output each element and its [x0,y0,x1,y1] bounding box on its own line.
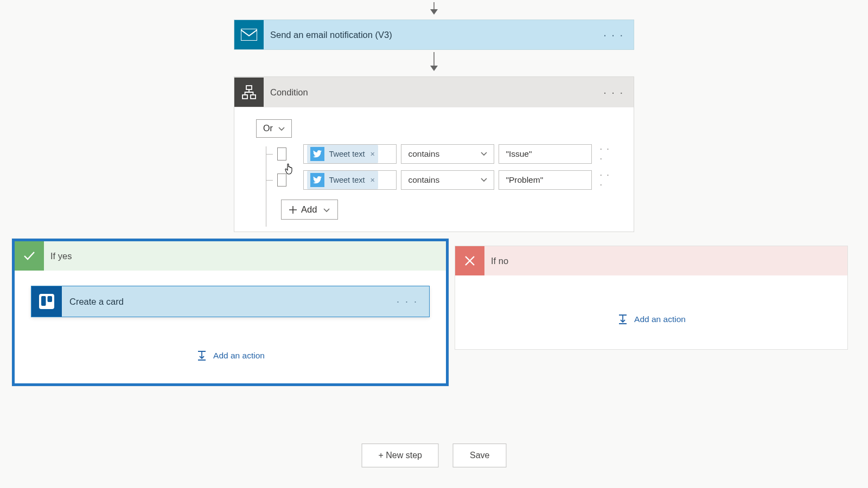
branch-yes-title: If yes [50,251,72,261]
email-step-card[interactable]: Send an email notification (V3) · · · [234,20,634,50]
action-menu[interactable]: · · · [397,296,418,307]
token-remove-icon[interactable]: × [371,176,375,184]
new-step-label: + New step [379,451,422,460]
svg-rect-6 [48,296,53,302]
insert-icon [196,350,208,362]
branch-icon [234,78,264,107]
insert-icon [617,313,629,325]
operator-label: contains [408,149,439,159]
condition-operator-select[interactable]: contains [401,170,494,190]
condition-row: Tweet text × contains "Problem" · · · [261,170,612,190]
dynamic-token[interactable]: Tweet text × [307,171,378,189]
svg-rect-0 [241,29,257,41]
chevron-down-icon [278,124,285,133]
condition-value-field[interactable]: "Problem" [499,170,592,190]
condition-left-field[interactable]: Tweet text × [303,144,397,164]
add-label: Add [301,204,317,215]
create-card-action[interactable]: Create a card · · · [31,286,430,317]
add-condition-button[interactable]: Add [281,200,338,220]
condition-menu[interactable]: · · · [603,86,624,99]
save-button[interactable]: Save [453,444,506,467]
branch-yes-panel: If yes Create a card · · · Add [12,239,449,386]
footer-actions: + New step Save [362,444,507,467]
row-menu[interactable]: · · · [599,144,612,164]
twitter-icon [310,173,324,187]
mail-icon [234,20,264,49]
branch-no-title: If no [491,256,508,266]
add-action-label: Add an action [634,314,686,324]
token-label: Tweet text [329,176,365,184]
group-operator-select[interactable]: Or [256,119,292,138]
chevron-down-icon [323,204,330,215]
condition-card: Condition · · · Or [234,76,634,232]
svg-rect-1 [246,86,252,89]
add-action-no[interactable]: Add an action [471,313,831,325]
check-icon [15,241,44,271]
branch-yes-header[interactable]: If yes [15,241,446,271]
token-label: Tweet text [329,150,365,158]
email-step-title: Send an email notification (V3) [270,30,392,40]
condition-header[interactable]: Condition · · · [234,77,634,107]
dynamic-token[interactable]: Tweet text × [307,145,378,163]
action-title: Create a card [69,297,124,307]
trello-icon [31,286,62,317]
svg-rect-5 [41,296,46,306]
condition-title: Condition [270,87,308,98]
value-text: "Problem" [506,175,543,185]
token-remove-icon[interactable]: × [371,150,375,158]
plus-icon [289,206,297,214]
email-step-menu[interactable]: · · · [603,29,624,41]
add-action-yes[interactable]: Add an action [31,350,430,362]
condition-row: Tweet text × contains "Issue" · · · [261,144,612,164]
branch-no-header[interactable]: If no [455,246,847,275]
svg-rect-3 [251,95,256,99]
row-menu[interactable]: · · · [599,170,612,190]
arrow-down-icon [430,66,438,71]
twitter-icon [310,147,324,161]
save-label: Save [470,451,489,460]
condition-value-field[interactable]: "Issue" [499,144,592,164]
add-action-label: Add an action [213,351,265,361]
row-checkbox[interactable] [277,174,286,187]
value-text: "Issue" [506,149,532,159]
row-checkbox[interactable] [277,147,286,160]
svg-rect-2 [242,95,247,99]
branch-no-panel: If no Add an action [455,246,848,350]
condition-left-field[interactable]: Tweet text × [303,170,397,190]
new-step-button[interactable]: + New step [362,444,439,467]
group-operator-label: Or [263,124,273,133]
arrow-down-icon [430,9,438,15]
condition-operator-select[interactable]: contains [401,144,494,164]
x-icon [455,246,484,275]
operator-label: contains [408,175,439,185]
